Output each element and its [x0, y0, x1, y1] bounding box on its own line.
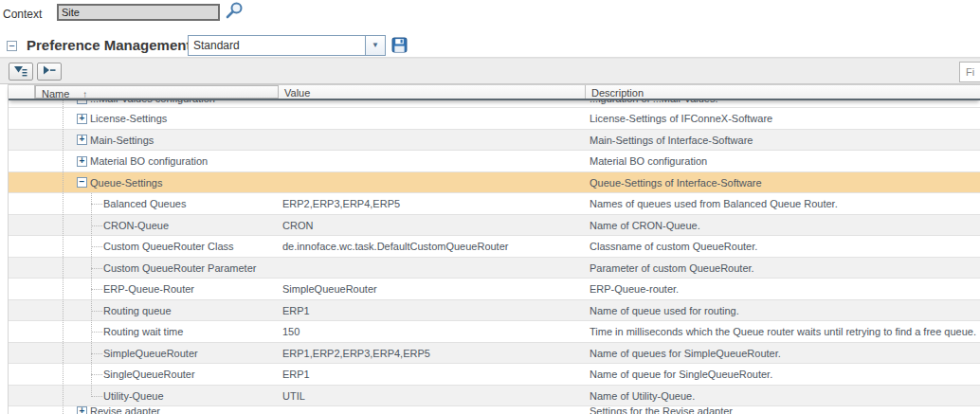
chevron-down-icon[interactable]: ▼ — [365, 36, 385, 55]
pref-name: Custom QueueRouter Parameter — [103, 262, 256, 274]
pref-value-cell: ERP1,ERP2,ERP3,ERP4,ERP5 — [279, 348, 586, 359]
context-label: Context — [3, 8, 42, 21]
pref-name-cell: Balanced Queues — [35, 198, 279, 209]
table-row[interactable]: +Main-SettingsMain-Settings of Interface… — [9, 130, 980, 152]
row-gutter-cell — [9, 193, 35, 215]
pref-value-cell: CRON — [279, 220, 586, 231]
tree-guide-line — [63, 100, 64, 414]
context-bar: Context — [0, 0, 980, 28]
section-collapse-icon[interactable]: − — [7, 41, 17, 51]
expand-all-button[interactable] — [9, 63, 33, 81]
expand-icon[interactable]: + — [77, 100, 87, 104]
pref-name: Utility-Queue — [103, 390, 164, 402]
table-row[interactable]: Custom QueueRouter Classde.innoface.wc.t… — [9, 236, 980, 258]
pref-name-cell: +...Mail-Values configuration — [35, 100, 279, 104]
row-gutter-cell — [9, 151, 35, 172]
pref-name: SingleQueueRouter — [103, 369, 195, 380]
pref-description-cell: Material BO configuration — [586, 155, 980, 167]
pref-name-cell: CRON-Queue — [35, 220, 279, 231]
row-gutter-cell — [9, 258, 35, 279]
pref-description-cell: Classname of custom QueueRouter. — [586, 241, 980, 252]
pref-description-cell: Name of queue for SingleQueueRouter. — [586, 369, 980, 380]
table-row[interactable]: ERP-Queue-RouterSimpleQueueRouterERP-Que… — [9, 279, 980, 300]
pref-name-cell: Routing queue — [35, 305, 279, 316]
column-header-value[interactable]: Value — [279, 85, 586, 99]
pref-value-cell: ERP1 — [279, 369, 586, 380]
save-button[interactable] — [390, 37, 408, 54]
pref-description-cell: Queue-Settings of Interface-Software — [586, 177, 980, 189]
column-header-name[interactable]: Name↑ — [35, 85, 279, 99]
expand-all-icon — [13, 64, 28, 77]
table-row[interactable]: +License-SettingsLicense-Settings of IFC… — [9, 108, 980, 130]
pref-name: Routing wait time — [103, 326, 183, 337]
preference-group-select[interactable]: Standard ▼ — [188, 35, 386, 56]
table-row[interactable]: SingleQueueRouterERP1Name of queue for S… — [9, 364, 980, 386]
row-gutter-cell — [9, 172, 35, 194]
pref-description-cell: Name of queues for SimpleQueueRouter. — [586, 348, 980, 359]
collapse-all-button[interactable] — [37, 63, 62, 81]
pref-name-cell: Custom QueueRouter Class — [35, 241, 279, 252]
pref-name-cell: SingleQueueRouter — [35, 369, 279, 380]
table-row[interactable]: −Queue-SettingsQueue-Settings of Interfa… — [9, 172, 980, 194]
preference-group-selected-value: Standard — [189, 36, 365, 55]
pref-description-cell: ERP-Queue-router. — [586, 283, 980, 295]
row-gutter-cell — [9, 300, 35, 322]
pref-name: SimpleQueueRouter — [103, 348, 198, 359]
pref-name-cell: −Queue-Settings — [35, 177, 279, 189]
table-row[interactable]: Utility-QueueUTILName of Utility-Queue. — [9, 386, 980, 407]
pref-description-cell: ...iguration of ...Mail-Values. — [586, 100, 980, 104]
collapse-icon[interactable]: − — [77, 177, 87, 188]
table-row[interactable]: SimpleQueueRouterERP1,ERP2,ERP3,ERP4,ERP… — [9, 343, 980, 365]
tree-guide-line — [91, 193, 92, 395]
table-row[interactable]: +...Mail-Values configuration...iguratio… — [9, 100, 980, 108]
pref-name: Queue-Settings — [90, 177, 162, 189]
collapse-all-icon — [42, 64, 57, 77]
gutter-column-header — [9, 85, 35, 99]
row-gutter-cell — [9, 236, 35, 258]
pref-description-cell: License-Settings of IFConneX-Software — [586, 113, 980, 124]
pref-description-cell: Settings for the Revise adapter — [586, 406, 980, 414]
table-toolbar: Fi — [0, 58, 980, 84]
expand-icon[interactable]: + — [77, 114, 87, 124]
table-row[interactable]: Routing queueERP1Name of queue used for … — [9, 300, 980, 322]
table-row[interactable]: Custom QueueRouter ParameterParameter of… — [9, 258, 980, 279]
preferences-table: Name↑ Value Description +...Mail-Values … — [8, 84, 980, 414]
table-row[interactable]: CRON-QueueCRONName of CRON-Queue. — [9, 215, 980, 237]
table-row[interactable]: +Revise adapterSettings for the Revise a… — [9, 406, 980, 414]
expand-icon[interactable]: + — [77, 406, 87, 414]
preference-management-section-header: − Preference Management Standard ▼ — [0, 28, 980, 58]
page-title: Preference Management — [27, 37, 191, 53]
pref-name: Revise adapter — [90, 406, 160, 414]
pref-description-cell: Name of Utility-Queue. — [586, 390, 980, 402]
row-gutter-cell — [9, 100, 35, 108]
search-button[interactable] — [225, 1, 244, 21]
expand-icon[interactable]: + — [77, 135, 87, 145]
pref-name-cell: +Material BO configuration — [35, 155, 279, 167]
column-header-name-label: Name — [42, 88, 69, 99]
row-gutter-cell — [9, 279, 35, 300]
pref-description-cell: Parameter of custom QueueRouter. — [586, 262, 980, 274]
context-input[interactable] — [57, 4, 220, 21]
pref-name: License-Settings — [90, 113, 167, 124]
pref-description-cell: Name of queue used for routing. — [586, 305, 980, 316]
column-header-description[interactable]: Description — [586, 85, 980, 99]
table-header-row: Name↑ Value Description — [9, 84, 980, 100]
pref-description-cell: Names of queues used from Balanced Queue… — [586, 198, 980, 209]
pref-name-cell: Utility-Queue — [35, 390, 279, 402]
row-gutter-cell — [9, 364, 35, 386]
pref-name: ERP-Queue-Router — [103, 283, 194, 295]
row-gutter-cell — [9, 215, 35, 237]
table-row[interactable]: +Material BO configurationMaterial BO co… — [9, 151, 980, 172]
filter-input[interactable]: Fi — [959, 62, 980, 82]
row-gutter-cell — [9, 386, 35, 407]
pref-name-cell: +License-Settings — [35, 113, 279, 124]
expand-icon[interactable]: + — [77, 156, 87, 167]
pref-name: Routing queue — [103, 305, 172, 316]
row-gutter-cell — [9, 406, 35, 414]
table-row[interactable]: Balanced QueuesERP2,ERP3,ERP4,ERP5Names … — [9, 193, 980, 215]
row-gutter-cell — [9, 130, 35, 152]
pref-description-cell: Name of CRON-Queue. — [586, 220, 980, 231]
pref-name-cell: +Main-Settings — [35, 135, 279, 146]
table-row[interactable]: Routing wait time150Time in milliseconds… — [9, 321, 980, 343]
pref-value-cell: ERP1 — [279, 305, 586, 316]
